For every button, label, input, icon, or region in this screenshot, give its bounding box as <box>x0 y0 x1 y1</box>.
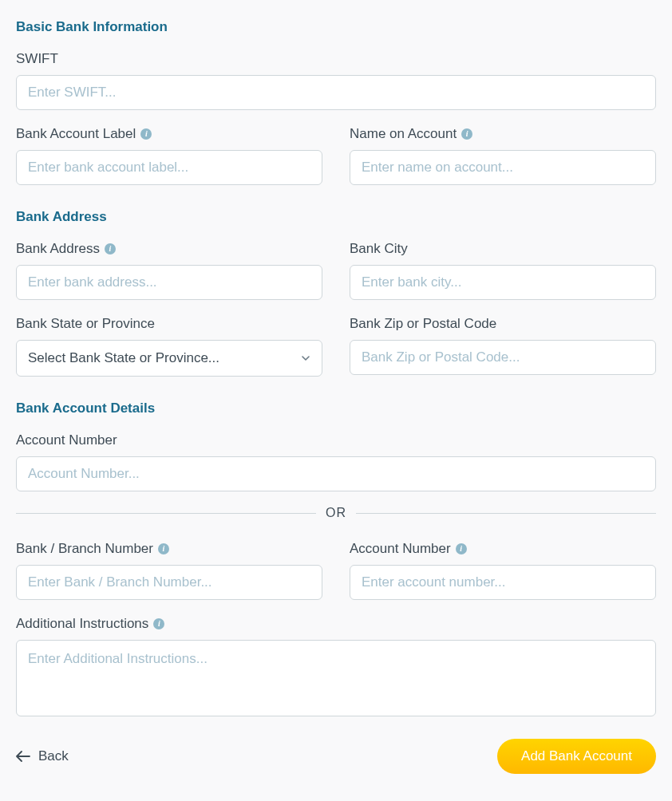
info-icon: i <box>105 243 116 255</box>
swift-input[interactable] <box>16 75 656 110</box>
swift-label: SWIFT <box>16 51 656 67</box>
account-label-text: Bank Account Label <box>16 126 136 142</box>
bank-address-text: Bank Address <box>16 241 100 257</box>
bank-city-label: Bank City <box>350 241 656 257</box>
info-icon: i <box>153 618 164 629</box>
section-heading-basic: Basic Bank Information <box>16 19 656 35</box>
account-number-text: Account Number <box>16 432 117 448</box>
bank-zip-label: Bank Zip or Postal Code <box>350 316 656 332</box>
info-icon: i <box>461 128 472 140</box>
bank-address-label: Bank Address i <box>16 241 322 257</box>
bank-state-label: Bank State or Province <box>16 316 322 332</box>
additional-instructions-label: Additional Instructions i <box>16 616 656 632</box>
arrow-left-icon <box>16 751 30 762</box>
back-button[interactable]: Back <box>16 748 69 764</box>
back-label: Back <box>38 748 69 764</box>
bank-zip-input[interactable] <box>350 340 656 375</box>
divider-line <box>356 513 656 514</box>
branch-number-input[interactable] <box>16 565 322 600</box>
bank-address-input[interactable] <box>16 265 322 300</box>
info-icon: i <box>456 543 467 554</box>
section-heading-address: Bank Address <box>16 209 656 225</box>
account-number-label: Account Number <box>16 432 656 448</box>
bank-state-selected: Select Bank State or Province... <box>28 350 219 366</box>
account-number-input[interactable] <box>16 456 656 491</box>
section-heading-details: Bank Account Details <box>16 400 656 416</box>
or-divider: OR <box>16 506 656 520</box>
additional-instructions-input[interactable] <box>16 640 656 716</box>
name-on-account-text: Name on Account <box>350 126 457 142</box>
bank-city-input[interactable] <box>350 265 656 300</box>
divider-line <box>16 513 316 514</box>
name-on-account-input[interactable] <box>350 150 656 185</box>
branch-number-label: Bank / Branch Number i <box>16 541 322 557</box>
section-details: Bank Account Details Account Number OR B… <box>16 400 656 716</box>
branch-number-text: Bank / Branch Number <box>16 541 153 557</box>
bank-city-text: Bank City <box>350 241 408 257</box>
account-number2-text: Account Number <box>350 541 451 557</box>
additional-instructions-text: Additional Instructions <box>16 616 148 632</box>
account-number2-label: Account Number i <box>350 541 656 557</box>
chevron-down-icon <box>301 353 310 363</box>
name-on-account-label: Name on Account i <box>350 126 656 142</box>
info-icon: i <box>158 543 169 554</box>
bank-state-text: Bank State or Province <box>16 316 155 332</box>
bank-zip-text: Bank Zip or Postal Code <box>350 316 496 332</box>
swift-label-text: SWIFT <box>16 51 58 67</box>
section-basic: Basic Bank Information SWIFT Bank Accoun… <box>16 19 656 185</box>
bank-state-select[interactable]: Select Bank State or Province... <box>16 340 322 377</box>
account-number2-input[interactable] <box>350 565 656 600</box>
section-address: Bank Address Bank Address i Bank City Ba… <box>16 209 656 377</box>
add-bank-account-button[interactable]: Add Bank Account <box>497 739 656 774</box>
footer: Back Add Bank Account <box>16 739 656 774</box>
account-label-label: Bank Account Label i <box>16 126 322 142</box>
or-text: OR <box>326 506 346 520</box>
info-icon: i <box>140 128 152 140</box>
account-label-input[interactable] <box>16 150 322 185</box>
